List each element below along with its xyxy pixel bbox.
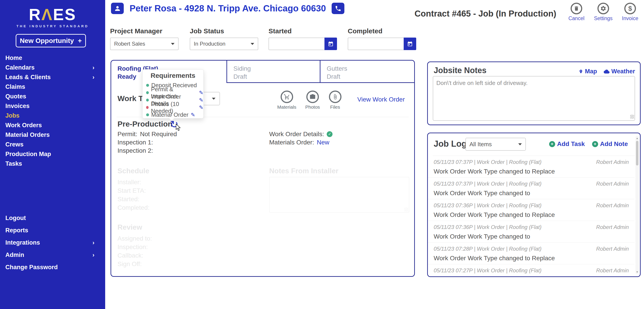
edit-pencil-icon[interactable]: ✎ (191, 112, 195, 118)
call-client-button[interactable] (332, 3, 344, 14)
sidebar-item-work-orders[interactable]: Work Orders (0, 120, 105, 130)
entry-author: Robert Admin (596, 246, 629, 252)
job-log-entry: 05/11/23 07:27P | Work Order | Roofing (… (428, 264, 634, 276)
permit-label: Permit: (118, 130, 138, 138)
sidebar-item-production-map[interactable]: Production Map (0, 149, 105, 159)
contract-actions: Cancel Settings $ Invoice (566, 3, 640, 21)
contract-header: Contract #465 - Job (In Production) Canc… (415, 3, 640, 21)
job-log-entry: 05/11/23 07:37P | Work Order | Roofing (… (428, 178, 634, 199)
inspection2-label: Inspection 2: (118, 146, 153, 155)
app-root: RΛES THE INDUSTRY STANDARD New Opportuni… (0, 0, 644, 309)
tab-gutters[interactable]: Gutters Draft (320, 61, 414, 83)
quick-links: Materials Photos Files (277, 91, 342, 110)
job-status-select[interactable]: In Production (190, 37, 258, 50)
requirements-popup: Requirements Deposit Recieved Permit & I… (142, 69, 204, 118)
sidebar-item-crews[interactable]: Crews (0, 140, 105, 149)
scroll-down-icon[interactable]: ▼ (636, 271, 639, 273)
plus-circle-icon: + (549, 141, 555, 147)
sidebar-item-admin[interactable]: Admin› (0, 249, 105, 261)
job-log-filter-select[interactable]: All Items (466, 138, 526, 151)
tab-status: Draft (327, 73, 414, 81)
entry-meta: 05/11/23 07:36P | Work Order | Roofing (… (434, 202, 542, 209)
completed-group: Completed (348, 27, 416, 50)
schedule-fields: Installer: Start ETA: Started: Completed… (118, 178, 150, 212)
client-profile-button[interactable] (111, 3, 124, 14)
settings-label: Settings (594, 15, 612, 21)
invoice-label: Invoice (622, 15, 638, 21)
logo-letters: ES (53, 5, 76, 23)
sidebar-item-tasks[interactable]: Tasks (0, 159, 105, 169)
plus-circle-icon: + (592, 141, 598, 147)
edit-pencil-icon[interactable]: ✎ (199, 90, 204, 96)
edit-pencil-icon[interactable]: ✎ (199, 104, 204, 111)
requirements-title: Requirements (142, 72, 204, 79)
view-work-order-link[interactable]: View Work Order (357, 96, 405, 103)
cancel-button[interactable]: Cancel (566, 3, 587, 21)
logo-letter: R (29, 5, 42, 23)
schedule-title: Schedule (118, 167, 149, 175)
pre-production-right-fields: Work Order Details: ✓ Materials Order: N… (269, 130, 332, 146)
chevron-down-icon (171, 43, 174, 45)
chevron-right-icon: › (92, 237, 94, 249)
started-date-input[interactable] (268, 37, 324, 50)
jobsite-notes-textarea[interactable]: Don\'t drive on left side of driveway. (433, 76, 635, 121)
sidebar-nav: Home Calendars› Leads & Clients› Claims … (0, 53, 105, 169)
raes-logo: RΛES (0, 5, 105, 24)
chevron-right-icon: › (92, 63, 94, 72)
sidebar-item-calendars[interactable]: Calendars› (0, 63, 105, 72)
invoice-button[interactable]: $ Invoice (620, 3, 640, 21)
sidebar-item-integrations[interactable]: Integrations› (0, 237, 105, 249)
completed-calendar-button[interactable] (404, 37, 416, 50)
sidebar: RΛES THE INDUSTRY STANDARD New Opportuni… (0, 0, 105, 309)
trash-icon (570, 3, 582, 14)
edit-pencil-icon[interactable]: ✎ (199, 97, 204, 103)
materials-order-label: Materials Order: (269, 138, 314, 146)
jobsite-notes-title: Jobsite Notes (434, 66, 486, 75)
new-opportunity-label: New Opportunity (20, 37, 74, 44)
review-title: Review (118, 223, 142, 231)
job-detail-panel: Roofing (Flat) Ready Siding Draft Gutter… (110, 60, 415, 277)
materials-order-new-link[interactable]: New (317, 138, 330, 146)
sidebar-item-invoices[interactable]: Invoices (0, 101, 105, 111)
weather-label: Weather (611, 68, 635, 75)
sidebar-item-jobs[interactable]: Jobs (0, 111, 105, 120)
photos-button[interactable]: Photos (305, 91, 320, 110)
add-note-button[interactable]: + Add Note (592, 140, 628, 148)
sidebar-item-change-password[interactable]: Change Password (0, 261, 105, 274)
project-manager-select[interactable]: Robert Sales (110, 37, 178, 50)
chevron-down-icon (250, 43, 254, 45)
entry-text: Work Order Work Type changed to Replace (434, 255, 629, 262)
job-log-entry: 05/11/23 07:28P | Work Order | Roofing (… (428, 243, 634, 264)
status-dot-green (146, 99, 149, 101)
add-task-button[interactable]: + Add Task (549, 140, 585, 148)
job-log-scrollbar[interactable]: ▲ ▼ (636, 136, 639, 274)
scrollbar-thumb[interactable] (636, 141, 638, 165)
jobsite-notes-panel: Jobsite Notes Map Weather Don\'t drive o… (427, 61, 641, 125)
sidebar-item-claims[interactable]: Claims (0, 82, 105, 92)
job-log-panel: Job Log All Items + Add Task + Add Note … (427, 133, 641, 277)
sidebar-item-logout[interactable]: Logout (0, 212, 105, 224)
weather-link[interactable]: Weather (604, 68, 635, 75)
chevron-right-icon: › (92, 249, 94, 261)
entry-text: Work Order Work Type changed to (434, 190, 629, 197)
tab-siding[interactable]: Siding Draft (226, 61, 320, 83)
entry-meta: 05/11/23 07:37P | Work Order | Roofing (… (434, 159, 542, 165)
sidebar-item-home[interactable]: Home (0, 53, 105, 63)
settings-button[interactable]: Settings (593, 3, 614, 21)
entry-author: Robert Admin (596, 181, 629, 187)
scroll-up-icon[interactable]: ▲ (636, 137, 639, 140)
mouse-cursor (175, 124, 182, 131)
cart-icon (280, 91, 293, 103)
started-calendar-button[interactable] (324, 37, 337, 50)
sidebar-item-leads-clients[interactable]: Leads & Clients› (0, 72, 105, 82)
sidebar-item-material-orders[interactable]: Material Orders (0, 130, 105, 140)
sidebar-item-quotes[interactable]: Quotes (0, 92, 105, 101)
review-fields: Assigned to: Inspection: Callback: Sign … (118, 234, 152, 268)
files-button[interactable]: Files (329, 91, 342, 110)
sidebar-item-reports[interactable]: Reports (0, 224, 105, 237)
materials-button[interactable]: Materials (277, 91, 296, 110)
new-opportunity-button[interactable]: New Opportunity+ (16, 34, 86, 47)
entry-text: Work Order Work Type changed to Replace (434, 168, 629, 175)
completed-date-input[interactable] (348, 37, 404, 50)
map-link[interactable]: Map (579, 68, 597, 75)
